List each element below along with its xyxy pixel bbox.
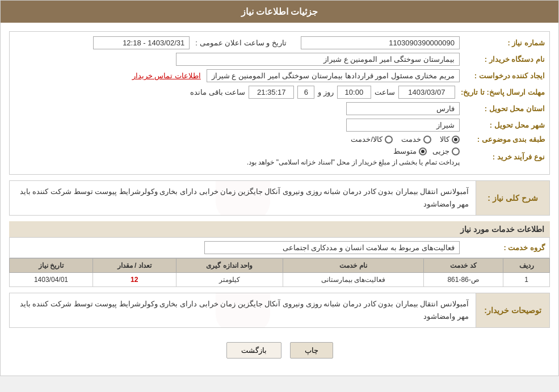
- creator-label: ایجاد کننده درخواست :: [460, 71, 545, 80]
- response-deadline-label: مهلت ارسال پاسخ: تا تاریخ:: [455, 88, 545, 96]
- need-desc-section-label: شرح کلی نیاز :: [476, 181, 549, 215]
- button-row: چاپ بازگشت: [9, 334, 550, 367]
- quantity: 12: [93, 273, 176, 287]
- delivery-province-row: استان محل تحویل : فارس: [14, 102, 545, 115]
- creator-value: مریم مختاری مسئول امور قراردادها بیمارست…: [207, 69, 460, 82]
- category-goods-service-label: کالا/خدمت: [351, 135, 383, 144]
- buyer-desc-text: آمبولانس انتقال بیماران بدون کادر درمان …: [10, 293, 476, 327]
- table-header-row: ردیف کد خدمت نام خدمت واحد اندازه گیری ت…: [10, 259, 550, 273]
- response-date: 1403/03/07: [398, 86, 455, 99]
- buyer-org-label: نام دستگاه خریدار :: [460, 55, 545, 64]
- unit: کیلومتر: [176, 273, 283, 287]
- table-header: ردیف کد خدمت نام خدمت واحد اندازه گیری ت…: [10, 259, 550, 273]
- category-service-label: خدمت: [401, 135, 421, 144]
- delivery-city-label: شهر محل تحویل :: [460, 121, 545, 129]
- category-goods-radio[interactable]: [452, 136, 460, 144]
- table-body: 1ص-86-861فعالیت‌های بیمارستانیکیلومتر121…: [10, 273, 550, 287]
- main-info-section: شماره نیاز : 1103090390000090 تاریخ و سا…: [9, 31, 550, 175]
- delivery-province-label: استان محل تحویل :: [460, 104, 545, 113]
- back-button[interactable]: بازگشت: [226, 342, 281, 359]
- col-unit: واحد اندازه گیری: [176, 259, 283, 273]
- row-num: 1: [503, 273, 550, 287]
- process-note: پرداخت تمام یا بخشی از مبلغ خریدار از مح…: [247, 158, 460, 166]
- page-wrapper: جزئیات اطلاعات نیاز شماره نیاز : 1103090…: [0, 0, 559, 376]
- need-desc-container: شرح کلی نیاز : آمبولانس انتقال بیماران ب…: [10, 181, 549, 215]
- need-number-row: شماره نیاز : 1103090390000090 تاریخ و سا…: [14, 36, 545, 49]
- response-time-label: ساعت: [375, 88, 395, 96]
- process-partial-option[interactable]: جزیی: [432, 147, 460, 155]
- col-service-code: کد خدمت: [424, 259, 503, 273]
- need-number-label: شماره نیاز :: [460, 39, 545, 47]
- watermark-shield-2: [209, 293, 277, 327]
- response-time: 10:00: [337, 86, 371, 99]
- contact-link[interactable]: اطلاعات تماس خریدار: [132, 71, 201, 80]
- content-area: شماره نیاز : 1103090390000090 تاریخ و سا…: [1, 23, 558, 376]
- response-deadline-row: مهلت ارسال پاسخ: تا تاریخ: 1403/03/07 سا…: [14, 86, 545, 99]
- response-days-label: روز و: [318, 88, 334, 96]
- services-section-header: اطلاعات خدمات مورد نیاز: [9, 221, 550, 238]
- print-button[interactable]: چاپ: [290, 342, 333, 359]
- process-partial-radio[interactable]: [452, 147, 460, 155]
- buyer-org-row: نام دستگاه خریدار : بیمارستان سوختگی امی…: [14, 53, 545, 66]
- buyer-desc-label: توصیحات خریدار:: [476, 293, 549, 327]
- date-label: تاریخ و ساعت اعلان عمومی :: [192, 37, 289, 49]
- process-options: جزیی متوسط پرداخت تمام یا بخشی از مبلغ خ…: [247, 147, 460, 166]
- process-type-label: نوع فرآیند خرید :: [460, 153, 545, 161]
- response-remaining: 21:35:17: [249, 86, 294, 99]
- category-service-radio[interactable]: [423, 136, 431, 144]
- delivery-city-value: شیراز: [346, 119, 460, 132]
- process-medium-label: متوسط: [393, 147, 417, 155]
- date: 1403/04/01: [10, 273, 93, 287]
- category-goods-option[interactable]: کالا: [440, 135, 460, 144]
- category-goods-label: کالا: [440, 135, 449, 144]
- need-number-value: 1103090390000090: [301, 36, 460, 49]
- page-title: جزئیات اطلاعات نیاز: [241, 7, 318, 16]
- category-radio-group: کالا خدمت کالا/خدمت: [351, 135, 460, 144]
- category-row: طبقه بندی موضوعی : کالا خدمت کالا/خدم: [14, 135, 545, 144]
- need-description-section: شرح کلی نیاز : آمبولانس انتقال بیماران ب…: [9, 180, 550, 216]
- process-medium-radio[interactable]: [419, 147, 427, 155]
- service-name: فعالیت‌های بیمارستانی: [283, 273, 423, 287]
- category-label: طبقه بندی موضوعی :: [460, 135, 545, 144]
- creator-row: ایجاد کننده درخواست : مریم مختاری مسئول …: [14, 69, 545, 82]
- process-partial-label: جزیی: [432, 147, 449, 155]
- buyer-desc-content-text: آمبولانس انتقال بیماران بدون کادر درمان …: [20, 300, 469, 321]
- delivery-province-value: فارس: [346, 102, 460, 115]
- process-medium-option[interactable]: متوسط: [393, 147, 427, 155]
- delivery-city-row: شهر محل تحویل : شیراز: [14, 119, 545, 132]
- col-row-num: ردیف: [503, 259, 550, 273]
- col-service-name: نام خدمت: [283, 259, 423, 273]
- response-remaining-label: ساعت باقی مانده: [190, 88, 245, 96]
- table-row: 1ص-86-861فعالیت‌های بیمارستانیکیلومتر121…: [10, 273, 550, 287]
- need-desc-content: آمبولانس انتقال بیماران بدون کادر درمان …: [20, 187, 469, 208]
- category-goods-service-radio[interactable]: [385, 136, 393, 144]
- buyer-org-value: بیمارستان سوختگی امیر المومنین ع شیراز: [176, 53, 460, 66]
- process-type-row: نوع فرآیند خرید : جزیی متوسط: [14, 147, 545, 166]
- service-group-label: گروه خدمت :: [460, 243, 545, 252]
- category-service-option[interactable]: خدمت: [401, 135, 431, 144]
- col-date: تاریخ نیاز: [10, 259, 93, 273]
- need-desc-text: آمبولانس انتقال بیماران بدون کادر درمان …: [10, 181, 476, 215]
- info-grid: شماره نیاز : 1103090390000090 تاریخ و سا…: [10, 32, 549, 174]
- process-row-1: جزیی متوسط: [247, 147, 460, 155]
- services-table-section: ردیف کد خدمت نام خدمت واحد اندازه گیری ت…: [9, 258, 550, 287]
- category-goods-service-option[interactable]: کالا/خدمت: [351, 135, 393, 144]
- buyer-desc-content: توصیحات خریدار: آمبولانس انتقال بیماران …: [10, 293, 549, 327]
- response-days: 6: [297, 86, 314, 99]
- date-value: 1403/02/31 - 12:18: [93, 36, 190, 49]
- service-group-row: گروه خدمت : فعالیت‌های مربوط به سلامت ان…: [9, 238, 550, 258]
- services-table: ردیف کد خدمت نام خدمت واحد اندازه گیری ت…: [9, 258, 550, 287]
- service-group-value: فعالیت‌های مربوط به سلامت انسان و مددکار…: [204, 241, 460, 254]
- buyer-desc-section: توصیحات خریدار: آمبولانس انتقال بیماران …: [9, 293, 550, 328]
- page-header: جزئیات اطلاعات نیاز: [1, 1, 558, 23]
- watermark-shield: [209, 181, 277, 215]
- col-quantity: تعداد / مقدار: [93, 259, 176, 273]
- service-code: ص-86-861: [424, 273, 503, 287]
